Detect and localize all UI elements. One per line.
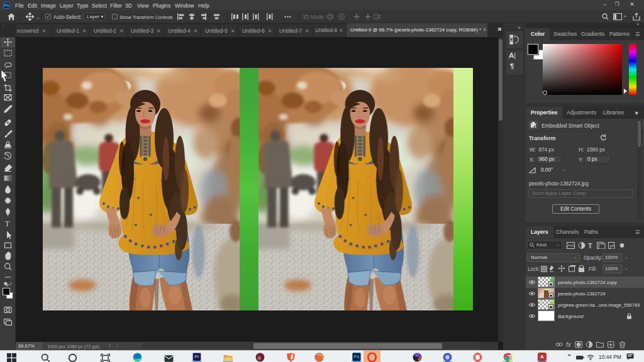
svg-text:a: a — [257, 354, 261, 361]
svg-text:T: T — [588, 242, 592, 249]
svg-text:T: T — [5, 219, 10, 228]
svg-text:fx: fx — [566, 341, 572, 348]
